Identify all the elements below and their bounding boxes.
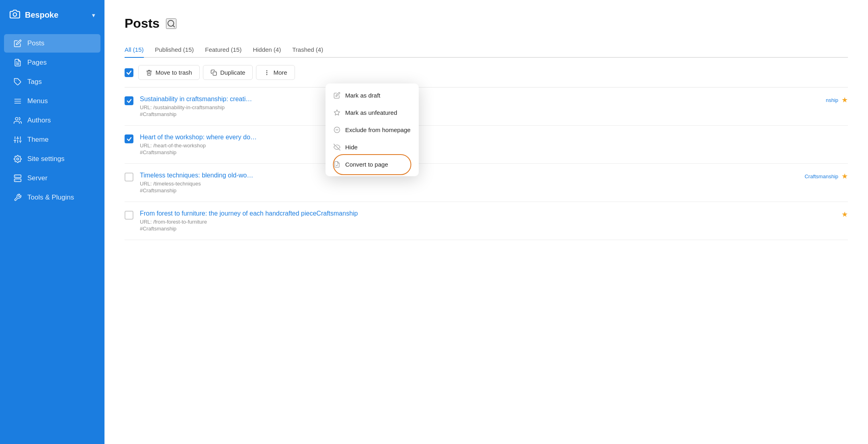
- duplicate-button[interactable]: Duplicate: [203, 65, 253, 80]
- convert-icon: [334, 161, 340, 168]
- post-tag-4: #Craftsmanship: [140, 226, 835, 232]
- edit-draft-icon: [334, 92, 340, 99]
- tab-published[interactable]: Published (15): [155, 42, 194, 58]
- sidebar-item-menus[interactable]: Menus: [4, 92, 100, 110]
- featured-star-1: ★: [841, 96, 848, 104]
- sidebar-label-theme: Theme: [27, 136, 49, 144]
- post-url-3: URL: /timeless-techniques: [140, 181, 798, 187]
- post-content-3: Timeless techniques: blending old-wo… UR…: [140, 172, 798, 193]
- post-row: Heart of the workshop: where every do… U…: [125, 126, 848, 164]
- dropdown-item-hide[interactable]: Hide: [326, 138, 419, 156]
- sidebar-label-posts: Posts: [27, 39, 45, 47]
- sidebar: Bespoke ▾ Posts Pages Tags Menus Authors: [0, 0, 104, 444]
- svg-point-25: [267, 70, 267, 71]
- featured-star-4: ★: [841, 210, 848, 219]
- post-title-3[interactable]: Timeless techniques: blending old-wo…: [140, 172, 253, 179]
- post-title-2[interactable]: Heart of the workshop: where every do…: [140, 134, 257, 141]
- sidebar-label-tools-plugins: Tools & Plugins: [27, 193, 74, 202]
- post-badges-4: ★: [841, 210, 848, 219]
- svg-marker-28: [334, 110, 340, 115]
- tag-icon: [14, 78, 22, 86]
- tab-trashed[interactable]: Trashed (4): [292, 42, 323, 58]
- dropdown-item-mark-unfeatured[interactable]: Mark as unfeatured: [326, 104, 419, 121]
- more-button[interactable]: More: [256, 65, 295, 80]
- move-to-trash-button[interactable]: Move to trash: [138, 65, 200, 80]
- post-checkbox-2[interactable]: [125, 134, 133, 143]
- sidebar-label-menus: Menus: [27, 97, 48, 105]
- server-icon: [14, 174, 22, 182]
- menu-icon: [14, 97, 22, 105]
- post-url-1: URL: /sustainability-in-craftsmanship: [140, 104, 819, 110]
- svg-point-17: [17, 158, 19, 160]
- post-content-2: Heart of the workshop: where every do… U…: [140, 134, 841, 155]
- post-row: From forest to furniture: the journey of…: [125, 202, 848, 240]
- tab-hidden[interactable]: Hidden (4): [253, 42, 281, 58]
- camera-icon: [10, 9, 20, 21]
- post-title-1[interactable]: Sustainability in craftsmanship: creati…: [140, 96, 252, 102]
- dots-icon: [264, 69, 270, 76]
- search-button[interactable]: [166, 18, 176, 29]
- sidebar-nav: Posts Pages Tags Menus Authors Theme: [0, 30, 104, 444]
- post-checkbox-4[interactable]: [125, 211, 133, 220]
- edit-icon: [14, 39, 22, 47]
- sidebar-label-authors: Authors: [27, 116, 51, 124]
- dropdown-item-mark-draft[interactable]: Mark as draft: [326, 87, 419, 104]
- post-tag-3: #Craftsmanship: [140, 187, 798, 193]
- post-row: Sustainability in craftsmanship: creati……: [125, 88, 848, 126]
- sidebar-item-site-settings[interactable]: Site settings: [4, 150, 100, 168]
- trash-icon: [146, 69, 152, 76]
- duplicate-label: Duplicate: [220, 69, 246, 76]
- star-outline-icon: [334, 109, 340, 116]
- search-icon: [167, 19, 176, 28]
- page-title: Posts: [125, 16, 160, 31]
- mark-unfeatured-label: Mark as unfeatured: [345, 109, 397, 116]
- wrench-icon: [14, 193, 22, 202]
- post-content-4: From forest to furniture: the journey of…: [140, 210, 835, 232]
- sidebar-item-pages[interactable]: Pages: [4, 53, 100, 72]
- hide-label: Hide: [345, 144, 358, 151]
- sidebar-label-server: Server: [27, 174, 47, 182]
- tabs-bar: All (15) Published (15) Featured (15) Hi…: [125, 42, 848, 58]
- post-badge-tag-3: Craftsmanship: [805, 173, 838, 179]
- tab-all[interactable]: All (15): [125, 42, 144, 58]
- post-badge-tag-1: nship: [826, 97, 838, 103]
- post-badges-1: nship ★: [826, 96, 848, 104]
- exclude-homepage-label: Exclude from homepage: [345, 126, 411, 133]
- svg-rect-24: [213, 72, 217, 75]
- sidebar-item-posts[interactable]: Posts: [4, 34, 100, 53]
- sidebar-item-authors[interactable]: Authors: [4, 111, 100, 130]
- app-title: Bespoke: [25, 10, 58, 20]
- minus-circle-icon: [334, 126, 340, 133]
- post-checkbox-3[interactable]: [125, 173, 133, 181]
- post-url-2: URL: /heart-of-the-workshop: [140, 143, 841, 149]
- sidebar-label-site-settings: Site settings: [27, 155, 65, 163]
- chevron-down-icon: ▾: [92, 12, 95, 18]
- toolbar: Move to trash Duplicate More Mark as dra…: [125, 58, 848, 88]
- dropdown-item-exclude-homepage[interactable]: Exclude from homepage: [326, 121, 419, 138]
- sidebar-item-tools-plugins[interactable]: Tools & Plugins: [4, 188, 100, 207]
- main-content: Posts All (15) Published (15) Featured (…: [104, 0, 868, 444]
- sidebar-item-theme[interactable]: Theme: [4, 130, 100, 149]
- post-tag-1: #Craftsmanship: [140, 111, 819, 117]
- post-tag-2: #Craftsmanship: [140, 149, 841, 155]
- post-badges-3: Craftsmanship ★: [805, 172, 848, 181]
- svg-point-26: [267, 72, 267, 73]
- dropdown-item-convert-page[interactable]: Convert to page: [326, 156, 419, 173]
- svg-point-0: [13, 13, 17, 16]
- tab-featured[interactable]: Featured (15): [205, 42, 242, 58]
- file-icon: [14, 59, 22, 67]
- sidebar-item-tags[interactable]: Tags: [4, 73, 100, 91]
- sidebar-label-tags: Tags: [27, 78, 42, 86]
- svg-point-7: [15, 118, 18, 120]
- svg-point-27: [267, 74, 267, 75]
- post-title-4[interactable]: From forest to furniture: the journey of…: [140, 210, 358, 217]
- post-checkbox-1[interactable]: [125, 96, 133, 105]
- sidebar-item-server[interactable]: Server: [4, 169, 100, 187]
- select-all-checkbox[interactable]: [125, 68, 133, 77]
- users-icon: [14, 116, 22, 124]
- sidebar-header[interactable]: Bespoke ▾: [0, 0, 104, 30]
- dropdown-menu: Mark as draft Mark as unfeatured Exclude…: [326, 84, 419, 176]
- post-url-4: URL: /from-forest-to-furniture: [140, 219, 835, 225]
- post-row: Timeless techniques: blending old-wo… UR…: [125, 164, 848, 202]
- post-content-1: Sustainability in craftsmanship: creati……: [140, 96, 819, 117]
